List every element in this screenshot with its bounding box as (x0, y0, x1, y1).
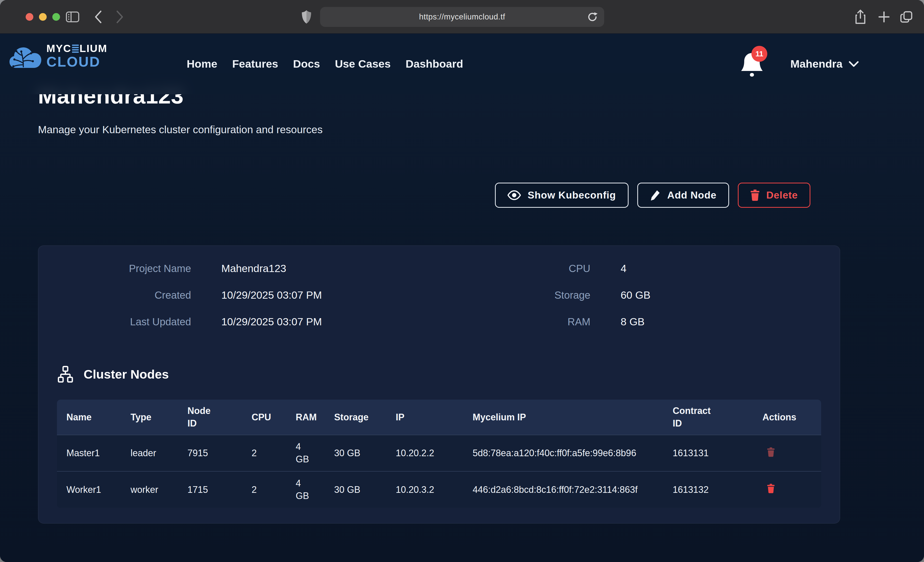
user-name: Mahendra (790, 58, 843, 70)
node-id: 1715 (178, 471, 242, 508)
traffic-lights (26, 13, 60, 21)
sidebar-toggle-icon[interactable] (64, 0, 81, 34)
zoom-window-button[interactable] (52, 13, 60, 21)
col-cpu: CPU (242, 400, 286, 435)
col-actions: Actions (753, 400, 821, 435)
cluster-actions: Show Kubeconfig Add Node Delete (495, 182, 810, 208)
node-name: Worker1 (57, 471, 121, 508)
node-name: Master1 (57, 435, 121, 471)
col-mycelium-ip: Mycelium IP (463, 400, 663, 435)
last-updated-value: 10/29/2025 03:07 PM (221, 316, 322, 327)
brand-wordmark: MYC LIUM CLOUD (46, 43, 107, 69)
top-navigation: MYC LIUM CLOUD Home Features Docs Use Ca… (0, 34, 924, 94)
node-cpu: 2 (242, 471, 286, 508)
reload-icon[interactable] (587, 11, 598, 24)
table-row: Worker1 worker 1715 2 4 GB 30 GB 10.20.3… (57, 471, 821, 508)
pencil-icon (650, 189, 661, 201)
project-name-label: Project Name (76, 263, 191, 274)
storage-label: Storage (475, 290, 590, 301)
brand-logo[interactable]: MYC LIUM CLOUD (9, 43, 107, 69)
col-node-id: Node ID (178, 400, 242, 435)
cluster-info-right: CPU 4 Storage 60 GB RAM 8 GB (475, 263, 650, 327)
chevron-down-icon (849, 61, 859, 67)
cluster-nodes-header: Cluster Nodes (57, 366, 169, 383)
node-cpu: 2 (242, 435, 286, 471)
node-actions (753, 435, 821, 471)
delete-node-button[interactable] (762, 484, 775, 494)
site-content: Mahendra123 (0, 34, 924, 562)
table-row: Master1 leader 7915 2 4 GB 30 GB 10.20.2… (57, 435, 821, 471)
notifications-button[interactable]: 11 (739, 49, 770, 80)
project-name-value: Mahendra123 (221, 263, 322, 274)
col-contract-id: Contract ID (663, 400, 753, 435)
trash-icon (750, 190, 760, 201)
cluster-overview-card: Project Name Mahendra123 Created 10/29/2… (38, 245, 840, 523)
node-ip: 10.20.3.2 (386, 471, 463, 508)
address-bar[interactable]: https://myceliumcloud.tf (320, 7, 604, 27)
eye-icon (507, 190, 521, 200)
cluster-nodes-title: Cluster Nodes (84, 367, 169, 381)
node-id: 7915 (178, 435, 242, 471)
cpu-label: CPU (475, 263, 590, 274)
nav-link-docs[interactable]: Docs (293, 58, 320, 70)
minimize-window-button[interactable] (39, 13, 46, 21)
brand-line1: MYC LIUM (46, 43, 107, 54)
storage-value: 60 GB (621, 290, 650, 301)
nav-link-features[interactable]: Features (232, 58, 278, 70)
created-label: Created (76, 290, 191, 301)
user-menu[interactable]: Mahendra (790, 34, 859, 94)
mycelium-cloud-logo-icon (9, 43, 42, 69)
nav-link-dashboard[interactable]: Dashboard (405, 58, 463, 70)
trash-icon (767, 484, 775, 493)
col-name: Name (57, 400, 121, 435)
node-storage: 30 GB (325, 471, 386, 508)
network-nodes-icon (57, 366, 74, 383)
notification-badge: 11 (752, 46, 767, 62)
node-ip: 10.20.2.2 (386, 435, 463, 471)
trash-icon (767, 447, 775, 457)
page-subtitle: Manage your Kubernetes cluster configura… (38, 124, 322, 136)
new-tab-icon[interactable] (875, 0, 893, 34)
node-ram: 4 GB (286, 471, 325, 508)
node-mycelium-ip: 446:d2a6:8bcd:8c16:ff0f:72e2:3114:863f (463, 471, 663, 508)
nav-links: Home Features Docs Use Cases Dashboard (187, 34, 463, 94)
browser-window: https://myceliumcloud.tf Mahendra123 (0, 0, 924, 562)
nodes-table: Name Type Node ID CPU RAM Storage IP Myc… (57, 400, 821, 508)
table-header-row: Name Type Node ID CPU RAM Storage IP Myc… (57, 400, 821, 435)
address-bar-url: https://myceliumcloud.tf (419, 12, 505, 21)
col-ip: IP (386, 400, 463, 435)
cpu-value: 4 (621, 263, 650, 274)
node-contract-id: 1613132 (663, 471, 753, 508)
browser-chrome: https://myceliumcloud.tf (0, 0, 924, 34)
node-mycelium-ip: 5d8:78ea:a120:f40c:ff0f:a5fe:99e6:8b96 (463, 435, 663, 471)
node-type: leader (121, 435, 178, 471)
delete-node-button[interactable] (762, 447, 775, 458)
node-ram: 4 GB (286, 435, 325, 471)
created-value: 10/29/2025 03:07 PM (221, 290, 322, 301)
add-node-button[interactable]: Add Node (637, 182, 729, 208)
close-window-button[interactable] (26, 13, 33, 21)
node-type: worker (121, 471, 178, 508)
node-contract-id: 1613131 (663, 435, 753, 471)
node-storage: 30 GB (325, 435, 386, 471)
forward-icon[interactable] (112, 0, 128, 34)
ram-label: RAM (475, 316, 590, 327)
col-type: Type (121, 400, 178, 435)
ram-value: 8 GB (621, 316, 650, 327)
last-updated-label: Last Updated (76, 316, 191, 327)
stylized-e-icon (72, 45, 79, 53)
back-icon[interactable] (90, 0, 106, 34)
node-actions (753, 471, 821, 508)
delete-cluster-button[interactable]: Delete (738, 182, 810, 208)
share-icon[interactable] (851, 0, 869, 34)
nav-link-home[interactable]: Home (187, 58, 217, 70)
cluster-info-left: Project Name Mahendra123 Created 10/29/2… (76, 263, 322, 327)
show-kubeconfig-button[interactable]: Show Kubeconfig (495, 182, 628, 208)
privacy-shield-icon[interactable] (297, 0, 315, 34)
col-storage: Storage (325, 400, 386, 435)
nav-link-use-cases[interactable]: Use Cases (335, 58, 391, 70)
col-ram: RAM (286, 400, 325, 435)
tab-overview-icon[interactable] (898, 0, 915, 34)
brand-line2: CLOUD (46, 55, 107, 69)
